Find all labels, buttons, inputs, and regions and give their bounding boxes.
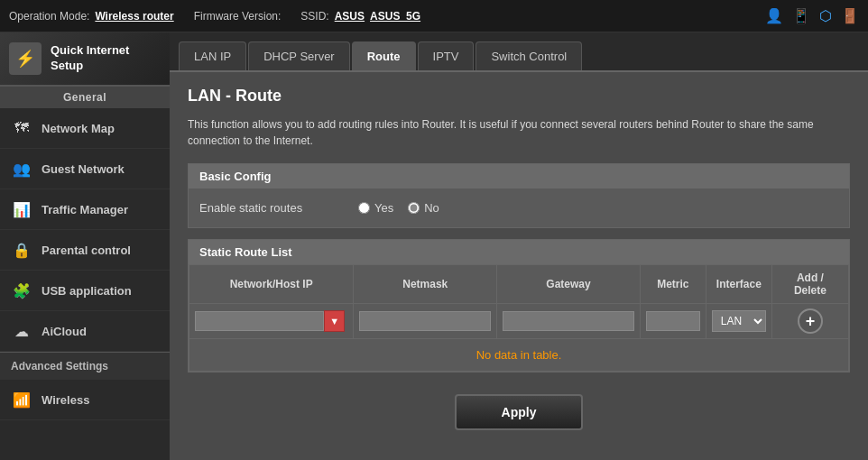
- traffic-manager-icon: 📊: [11, 198, 32, 220]
- no-data-text: No data in table.: [476, 348, 562, 362]
- metric-input[interactable]: [646, 311, 700, 331]
- basic-config-section: Basic Config Enable static routes Yes No: [188, 163, 850, 228]
- tab-iptv[interactable]: IPTV: [418, 41, 475, 70]
- aicloud-label: AiCloud: [42, 325, 87, 338]
- ssid-asus-5g[interactable]: ASUS_5G: [370, 10, 420, 23]
- tab-dhcp-server[interactable]: DHCP Server: [248, 41, 350, 70]
- tab-lan-ip[interactable]: LAN IP: [179, 41, 246, 70]
- route-table-header-row: Network/Host IP Netmask Gateway Metric I…: [189, 265, 849, 304]
- usb-icon[interactable]: ⬡: [819, 7, 832, 24]
- sidebar-logo-text: Quick InternetSetup: [51, 43, 129, 74]
- radio-yes-label: Yes: [374, 201, 393, 215]
- quick-internet-icon: ⚡: [9, 42, 42, 75]
- col-interface: Interface: [706, 265, 771, 304]
- tab-route[interactable]: Route: [352, 41, 416, 70]
- advanced-settings-label: Advanced Settings: [0, 352, 170, 380]
- radio-no-input[interactable]: [408, 202, 420, 214]
- col-gateway: Gateway: [497, 265, 641, 304]
- static-route-list-body: Network/Host IP Netmask Gateway Metric I…: [189, 264, 849, 372]
- parental-control-label: Parental control: [42, 244, 131, 257]
- sidebar-item-network-map[interactable]: 🗺 Network Map: [0, 108, 170, 149]
- no-data-cell: No data in table.: [189, 339, 849, 372]
- network-map-icon: 🗺: [11, 117, 32, 139]
- route-table-head: Network/Host IP Netmask Gateway Metric I…: [189, 265, 849, 304]
- logout-icon[interactable]: 🚪: [841, 7, 859, 24]
- sidebar-item-wireless[interactable]: 📶 Wireless: [0, 380, 170, 420]
- network-host-ip-dropdown-btn[interactable]: ▼: [324, 310, 345, 332]
- page-title: LAN - Route: [188, 87, 850, 106]
- basic-config-header: Basic Config: [189, 164, 849, 189]
- radio-no-option[interactable]: No: [408, 201, 439, 215]
- top-bar: Operation Mode: Wireless router Firmware…: [0, 0, 868, 32]
- top-bar-info: Operation Mode: Wireless router Firmware…: [9, 10, 765, 23]
- general-label: General: [0, 87, 170, 108]
- guest-network-icon: 👥: [11, 158, 32, 179]
- radio-no-label: No: [424, 201, 439, 215]
- operation-mode-value[interactable]: Wireless router: [95, 10, 173, 23]
- static-routes-radio-group: Yes No: [358, 201, 439, 215]
- no-data-row: No data in table.: [189, 339, 849, 372]
- firmware-label: Firmware Version:: [194, 10, 282, 23]
- network-map-label: Network Map: [42, 122, 115, 135]
- content-area: LAN IP DHCP Server Route IPTV Switch Con…: [170, 32, 868, 460]
- sidebar-item-parental-control[interactable]: 🔒 Parental control: [0, 230, 170, 271]
- add-delete-controls: +: [778, 308, 843, 334]
- tabs-bar: LAN IP DHCP Server Route IPTV Switch Con…: [170, 32, 868, 72]
- wireless-icon: 📶: [11, 389, 32, 410]
- sidebar-logo[interactable]: ⚡ Quick InternetSetup: [0, 32, 170, 87]
- apply-section: Apply: [188, 383, 850, 430]
- netmask-cell: [354, 304, 497, 339]
- radio-yes-input[interactable]: [358, 202, 370, 214]
- col-add-delete: Add / Delete: [771, 265, 848, 304]
- route-table: Network/Host IP Netmask Gateway Metric I…: [189, 264, 849, 372]
- network-host-ip-input[interactable]: [195, 311, 324, 331]
- apply-button[interactable]: Apply: [455, 394, 584, 430]
- sidebar-item-guest-network[interactable]: 👥 Guest Network: [0, 149, 170, 189]
- network-host-ip-input-group: ▼: [195, 310, 347, 332]
- add-delete-cell: +: [771, 304, 848, 339]
- enable-static-routes-label: Enable static routes: [199, 201, 344, 215]
- col-network-host-ip: Network/Host IP: [189, 265, 354, 304]
- metric-cell: [640, 304, 706, 339]
- netmask-input[interactable]: [359, 311, 491, 331]
- static-route-list-header: Static Route List: [189, 240, 849, 264]
- gateway-input[interactable]: [503, 311, 634, 331]
- interface-cell: LAN WAN: [706, 304, 771, 339]
- static-route-list-section: Static Route List Network/Host IP Netmas…: [188, 239, 850, 373]
- traffic-manager-label: Traffic Manager: [42, 203, 128, 216]
- enable-static-routes-row: Enable static routes Yes No: [199, 198, 838, 218]
- person-icon[interactable]: 👤: [765, 7, 783, 24]
- col-netmask: Netmask: [354, 265, 497, 304]
- sidebar-item-aicloud[interactable]: ☁ AiCloud: [0, 311, 170, 352]
- top-bar-icons: 👤 📱 ⬡ 🚪: [765, 7, 859, 24]
- guest-network-label: Guest Network: [42, 162, 125, 176]
- basic-config-body: Enable static routes Yes No: [189, 189, 849, 227]
- main-layout: ⚡ Quick InternetSetup General 🗺 Network …: [0, 32, 868, 460]
- aicloud-icon: ☁: [11, 320, 32, 342]
- gateway-cell: [497, 304, 641, 339]
- usb-application-icon: 🧩: [11, 280, 32, 301]
- phone-icon[interactable]: 📱: [792, 7, 810, 24]
- add-route-button[interactable]: +: [798, 308, 823, 334]
- route-input-row: ▼: [189, 304, 849, 339]
- network-host-ip-cell: ▼: [189, 304, 354, 339]
- page-description: This function allows you to add routing …: [188, 116, 850, 149]
- sidebar: ⚡ Quick InternetSetup General 🗺 Network …: [0, 32, 170, 460]
- ssid-asus[interactable]: ASUS: [335, 10, 365, 23]
- sidebar-item-usb-application[interactable]: 🧩 USB application: [0, 271, 170, 311]
- operation-mode-label: Operation Mode:: [9, 10, 89, 23]
- tab-switch-control[interactable]: Switch Control: [476, 41, 582, 70]
- page-content: LAN - Route This function allows you to …: [170, 72, 868, 460]
- route-table-body: ▼: [189, 304, 849, 372]
- usb-application-label: USB application: [42, 284, 132, 298]
- col-metric: Metric: [640, 265, 706, 304]
- interface-select[interactable]: LAN WAN: [712, 310, 766, 332]
- wireless-label: Wireless: [42, 393, 89, 407]
- ssid-label: SSID:: [300, 10, 328, 23]
- sidebar-item-traffic-manager[interactable]: 📊 Traffic Manager: [0, 189, 170, 230]
- radio-yes-option[interactable]: Yes: [358, 201, 393, 215]
- parental-control-icon: 🔒: [11, 239, 32, 261]
